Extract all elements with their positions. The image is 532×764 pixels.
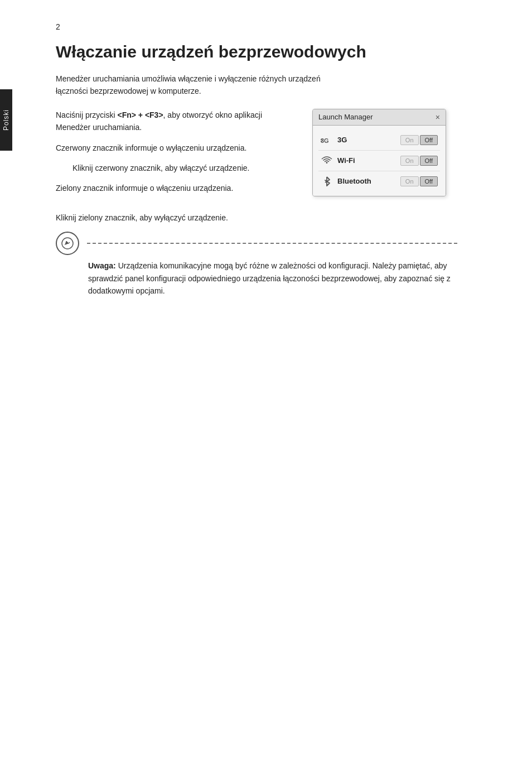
- lm-titlebar: Launch Manager ×: [313, 109, 446, 126]
- lm-wifi-buttons: On Off: [400, 156, 438, 166]
- lm-wifi-label: Wi-Fi: [337, 156, 355, 165]
- lm-bluetooth-label: Bluetooth: [337, 177, 371, 185]
- lm-row-bluetooth: Bluetooth On Off: [318, 171, 440, 191]
- page-number: 2: [56, 22, 499, 31]
- lm-close-button[interactable]: ×: [436, 113, 440, 122]
- lm-row-3g: 3G 3G On Off: [318, 130, 440, 151]
- lm-row-bluetooth-left: Bluetooth: [321, 175, 371, 188]
- lm-row-wifi: Wi-Fi On Off: [318, 151, 440, 171]
- lm-3g-off-button[interactable]: Off: [420, 135, 438, 145]
- lm-title: Launch Manager: [318, 113, 373, 121]
- side-tab-label: Polski: [2, 109, 10, 131]
- para1-bold: <Fn> + <F3>: [117, 110, 163, 119]
- text-column: Naciśnij przyciski <Fn> + <F3>, aby otwo…: [56, 109, 296, 203]
- paragraph-2: Czerwony znacznik informuje o wyłączeniu…: [56, 142, 296, 154]
- note-bold-label: Uwaga:: [88, 261, 116, 270]
- para1-text: Naciśnij przyciski: [56, 110, 117, 119]
- lm-bluetooth-on-button[interactable]: On: [400, 176, 419, 186]
- lm-bluetooth-icon: [321, 175, 333, 188]
- intro-paragraph: Menedżer uruchamiania umożliwia włączeni…: [56, 73, 329, 98]
- paragraph-1: Naciśnij przyciski <Fn> + <F3>, aby otwo…: [56, 109, 296, 134]
- lm-body: 3G 3G On Off: [313, 126, 446, 196]
- svg-text:3G: 3G: [321, 137, 329, 144]
- paragraph-3: Zielony znacznik informuje o włączeniu u…: [56, 182, 296, 194]
- dotted-separator: [56, 232, 457, 255]
- page-title: Włączanie urządzeń bezprzewodowych: [56, 42, 499, 61]
- lm-wifi-icon: [321, 155, 333, 167]
- lm-row-wifi-left: Wi-Fi: [321, 155, 355, 167]
- note-text: Uwaga: Urządzenia komunikacyjne mogą być…: [88, 260, 457, 297]
- content-with-image: Naciśnij przyciski <Fn> + <F3>, aby otwo…: [56, 109, 499, 203]
- note-body: Uwaga: Urządzenia komunikacyjne mogą być…: [56, 260, 457, 297]
- lm-3g-buttons: On Off: [400, 135, 438, 145]
- side-tab: Polski: [0, 89, 12, 151]
- lm-row-3g-left: 3G 3G: [321, 134, 347, 146]
- note-icon-circle: [56, 232, 79, 255]
- note-content: Urządzenia komunikacyjne mogą być różne …: [88, 261, 451, 295]
- lm-wifi-off-button[interactable]: Off: [420, 156, 438, 166]
- lm-bluetooth-off-button[interactable]: Off: [420, 176, 438, 186]
- lm-3g-on-button[interactable]: On: [400, 135, 419, 145]
- pencil-icon: [61, 237, 74, 250]
- paragraph-2-indented: Kliknij czerwony znacznik, aby włączyć u…: [72, 162, 296, 174]
- launch-manager-panel: Launch Manager × 3G: [312, 109, 446, 196]
- main-content: 2 Włączanie urządzeń bezprzewodowych Men…: [22, 0, 532, 319]
- launch-manager-widget: Launch Manager × 3G: [312, 109, 446, 196]
- lm-3g-icon: 3G: [321, 134, 333, 146]
- paragraph-3-full: Kliknij zielony znacznik, aby wyłączyć u…: [56, 212, 446, 224]
- lm-wifi-on-button[interactable]: On: [400, 156, 419, 166]
- dashed-line: [87, 243, 457, 244]
- lm-3g-label: 3G: [337, 136, 347, 144]
- lm-bluetooth-buttons: On Off: [400, 176, 438, 186]
